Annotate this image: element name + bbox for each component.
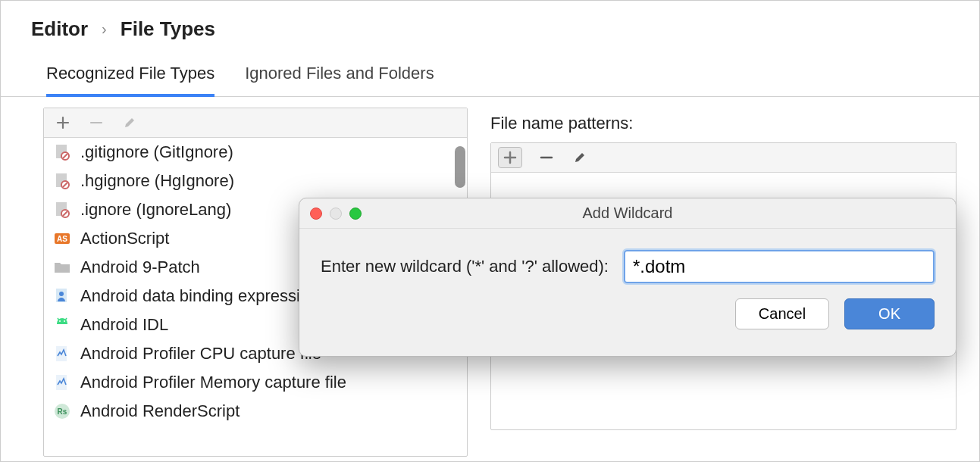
list-item-label: .hgignore (HgIgnore): [80, 171, 234, 191]
patterns-header: File name patterns:: [490, 114, 957, 133]
chevron-right-icon: ›: [102, 20, 107, 38]
list-item-label: Android IDL: [80, 315, 168, 335]
wildcard-input[interactable]: [624, 250, 935, 283]
add-wildcard-dialog: Add Wildcard Enter new wildcard ('*' and…: [299, 198, 957, 357]
list-item-label: Android data binding expression: [80, 286, 318, 306]
list-item-label: Android RenderScript: [80, 401, 240, 421]
file-types-toolbar: [44, 108, 467, 138]
window-close-icon[interactable]: [310, 208, 322, 220]
breadcrumb-current: File Types: [121, 17, 215, 41]
breadcrumb-parent[interactable]: Editor: [31, 17, 88, 41]
profiler-icon: [53, 373, 71, 392]
svg-point-14: [64, 320, 65, 322]
android-person-icon: [53, 287, 71, 305]
svg-line-16: [65, 318, 67, 320]
cancel-button[interactable]: Cancel: [735, 298, 829, 329]
list-item-label: .ignore (IgnoreLang): [80, 200, 231, 220]
plus-icon[interactable]: [55, 114, 71, 131]
minus-icon[interactable]: [538, 149, 555, 166]
minus-icon[interactable]: [88, 114, 105, 131]
list-item-label: Android 9-Patch: [80, 258, 200, 277]
list-item[interactable]: Android Profiler Memory capture file: [44, 368, 467, 397]
window-zoom-icon[interactable]: [349, 208, 362, 220]
folder-icon: [53, 258, 71, 276]
tabs: Recognized File Types Ignored Files and …: [1, 48, 979, 97]
breadcrumb: Editor › File Types: [1, 1, 979, 48]
svg-text:AS: AS: [57, 235, 67, 243]
svg-point-13: [59, 320, 61, 322]
profiler-icon: [53, 345, 71, 363]
svg-line-15: [58, 318, 59, 320]
rs-icon: Rs: [53, 402, 71, 420]
patterns-toolbar: [491, 143, 956, 173]
file-ignore-icon: [53, 201, 71, 219]
scrollbar-thumb[interactable]: [455, 146, 465, 188]
list-item-label: .gitignore (GitIgnore): [80, 142, 233, 162]
dialog-label: Enter new wildcard ('*' and '?' allowed)…: [321, 257, 609, 276]
list-item[interactable]: .gitignore (GitIgnore): [44, 138, 467, 167]
android-icon: [53, 316, 71, 334]
dialog-titlebar: Add Wildcard: [299, 198, 956, 229]
svg-text:Rs: Rs: [58, 407, 67, 416]
window-minimize-icon: [330, 208, 342, 220]
dialog-title: Add Wildcard: [299, 204, 956, 222]
ok-button[interactable]: OK: [844, 298, 935, 329]
as-icon: AS: [53, 229, 71, 248]
file-ignore-icon: [53, 143, 71, 161]
tab-recognized-file-types[interactable]: Recognized File Types: [46, 64, 214, 97]
list-item[interactable]: .hgignore (HgIgnore): [44, 167, 467, 195]
tab-ignored-files-folders[interactable]: Ignored Files and Folders: [245, 64, 434, 97]
list-item-label: Android Profiler CPU capture file: [80, 344, 321, 364]
pencil-icon[interactable]: [121, 114, 138, 131]
file-ignore-icon: [53, 172, 71, 190]
list-item[interactable]: Rs Android RenderScript: [44, 397, 467, 426]
svg-point-12: [59, 292, 64, 296]
pencil-icon[interactable]: [571, 149, 588, 166]
list-item-label: ActionScript: [80, 229, 169, 248]
plus-icon[interactable]: [499, 148, 521, 167]
list-item-label: Android Profiler Memory capture file: [80, 373, 346, 392]
